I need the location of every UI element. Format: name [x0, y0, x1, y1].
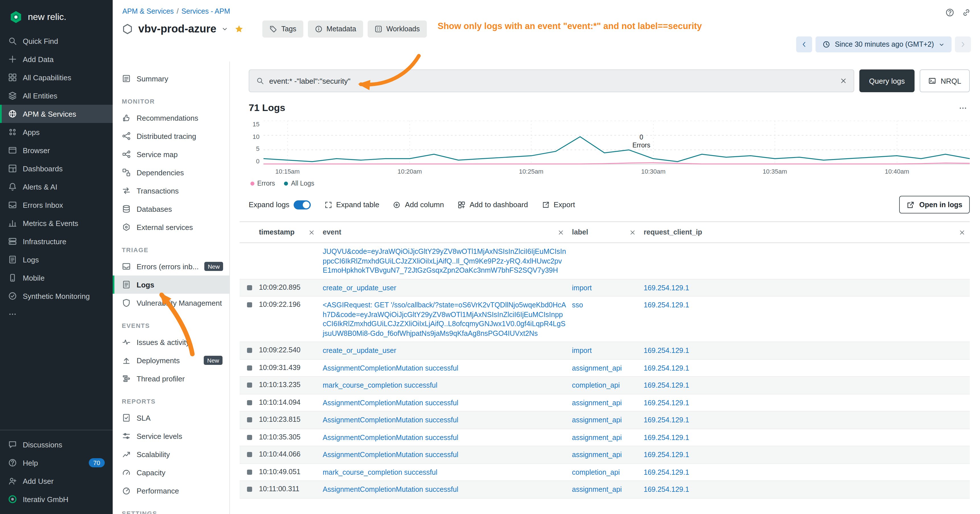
favorite-star-icon[interactable]	[235, 24, 244, 33]
log-label-link[interactable]: assignment_api	[572, 364, 622, 372]
table-row[interactable]: 10:10:13.235 mark_course_completion succ…	[240, 377, 970, 394]
log-row-icon[interactable]	[247, 285, 252, 290]
log-row-icon[interactable]	[247, 348, 252, 353]
subnav-item-scalability[interactable]: Scalability	[113, 445, 229, 463]
column-header-label[interactable]: label	[572, 228, 588, 236]
subnav-item-recommendations[interactable]: Recommendations	[113, 109, 229, 127]
chevron-down-icon[interactable]	[222, 25, 229, 32]
breadcrumb-apm-services[interactable]: APM & Services	[123, 7, 174, 15]
log-label-link[interactable]: sso	[572, 301, 583, 309]
log-label-link[interactable]: import	[572, 347, 592, 355]
table-row[interactable]: 10:10:23.815 AssignmentCompletionMutatio…	[240, 412, 970, 429]
log-ip-link[interactable]: 169.254.129.1	[644, 416, 689, 424]
table-row[interactable]: 10:10:44.066 AssignmentCompletionMutatio…	[240, 446, 970, 464]
log-ip-link[interactable]: 169.254.129.1	[644, 451, 689, 459]
log-label-link[interactable]: assignment_api	[572, 485, 622, 493]
subnav-item-transactions[interactable]: Transactions	[113, 181, 229, 200]
subnav-item-service-map[interactable]: Service map	[113, 145, 229, 163]
log-event-link[interactable]: AssignmentCompletionMutation successful	[323, 399, 458, 407]
sidebar-item-add-user[interactable]: Add User	[0, 472, 113, 490]
log-ip-link[interactable]: 169.254.129.1	[644, 284, 689, 292]
export-button[interactable]: Export	[542, 201, 575, 209]
log-event-link[interactable]: AssignmentCompletionMutation successful	[323, 451, 458, 459]
remove-column-icon[interactable]	[959, 229, 965, 236]
subnav-item-sla[interactable]: SLA	[113, 409, 229, 427]
subnav-item-external-services[interactable]: External services	[113, 218, 229, 236]
time-forward-button[interactable]	[955, 37, 971, 53]
subnav-item-errors-inbox[interactable]: Errors (errors inb... New	[113, 257, 229, 275]
time-picker[interactable]: Since 30 minutes ago (GMT+2)	[816, 37, 951, 53]
log-ip-link[interactable]: 169.254.129.1	[644, 381, 689, 389]
legend-item-errors[interactable]: Errors	[250, 180, 275, 187]
subnav-item-vulnerability-management[interactable]: Vulnerability Management	[113, 294, 229, 312]
log-row-icon[interactable]	[247, 417, 252, 422]
log-event-link[interactable]: JUQVU&code=eyJraWQiOiJjcGltY29yZV8wOTl1M…	[323, 248, 566, 274]
breadcrumb-services-apm[interactable]: Services - APM	[181, 7, 230, 15]
log-row-icon[interactable]	[247, 400, 252, 405]
sidebar-item-mobile[interactable]: Mobile	[0, 269, 113, 287]
log-label-link[interactable]: import	[572, 284, 592, 292]
log-event-link[interactable]: AssignmentCompletionMutation successful	[323, 485, 458, 493]
subnav-item-distributed-tracing[interactable]: Distributed tracing	[113, 127, 229, 145]
subnav-item-thread-profiler[interactable]: Thread profiler	[113, 369, 229, 388]
log-label-link[interactable]: assignment_api	[572, 416, 622, 424]
log-label-link[interactable]: completion_api	[572, 381, 620, 389]
log-event-link[interactable]: create_or_update_user	[323, 347, 396, 355]
table-row[interactable]: JUQVU&code=eyJraWQiOiJjcGltY29yZV8wOTl1M…	[240, 243, 970, 279]
time-back-button[interactable]	[796, 37, 812, 53]
log-event-link[interactable]: create_or_update_user	[323, 284, 396, 292]
sidebar-item-synthetic-monitoring[interactable]: Synthetic Monitoring	[0, 287, 113, 305]
remove-column-icon[interactable]	[558, 229, 564, 236]
log-ip-link[interactable]: 169.254.129.1	[644, 468, 689, 476]
log-row-icon[interactable]	[247, 452, 252, 457]
log-ip-link[interactable]: 169.254.129.1	[644, 399, 689, 407]
sidebar-item-help[interactable]: Help 70	[0, 454, 113, 472]
sidebar-item-errors-inbox[interactable]: Errors Inbox	[0, 196, 113, 214]
new-relic-logo[interactable]: new relic.	[0, 0, 113, 32]
log-ip-link[interactable]: 169.254.129.1	[644, 347, 689, 355]
log-label-link[interactable]: assignment_api	[572, 399, 622, 407]
permalink-icon[interactable]	[962, 8, 971, 17]
legend-item-all-logs[interactable]: All Logs	[284, 180, 315, 187]
log-label-link[interactable]: completion_api	[572, 468, 620, 476]
log-row-icon[interactable]	[247, 365, 252, 370]
log-row-icon[interactable]	[247, 469, 252, 474]
subnav-item-dependencies[interactable]: Dependencies	[113, 163, 229, 181]
log-label-link[interactable]: assignment_api	[572, 433, 622, 441]
remove-column-icon[interactable]	[630, 229, 636, 236]
subnav-item-issues-activity[interactable]: Issues & activity	[113, 333, 229, 351]
expand-table-button[interactable]: Expand table	[324, 201, 379, 209]
nrql-button[interactable]: NRQL	[920, 70, 970, 92]
subnav-item-service-levels[interactable]: Service levels	[113, 427, 229, 445]
sidebar-item-browser[interactable]: Browser	[0, 141, 113, 159]
log-ip-link[interactable]: 169.254.129.1	[644, 433, 689, 441]
subnav-item-capacity[interactable]: Capacity	[113, 463, 229, 482]
subnav-item-databases[interactable]: Databases	[113, 200, 229, 218]
table-row[interactable]: 10:10:35.305 AssignmentCompletionMutatio…	[240, 429, 970, 446]
column-header-timestamp[interactable]: timestamp	[259, 228, 294, 236]
workloads-button[interactable]: Workloads	[368, 21, 427, 38]
tags-button[interactable]: Tags	[262, 21, 303, 38]
subnav-item-performance[interactable]: Performance	[113, 482, 229, 500]
table-row[interactable]: 10:10:49.051 mark_course_completion succ…	[240, 464, 970, 481]
sidebar-item-quick-find[interactable]: Quick Find	[0, 32, 113, 50]
log-event-link[interactable]: mark_course_completion successful	[323, 468, 438, 476]
sidebar-item-all-entities[interactable]: All Entities	[0, 86, 113, 105]
sidebar-item-more[interactable]	[0, 305, 113, 323]
column-header-request-client-ip[interactable]: request_client_ip	[644, 228, 702, 236]
table-row[interactable]: 10:11:00.311 AssignmentCompletionMutatio…	[240, 481, 970, 498]
log-event-link[interactable]: AssignmentCompletionMutation successful	[323, 416, 458, 424]
sidebar-item-logs[interactable]: Logs	[0, 250, 113, 269]
log-row-icon[interactable]	[247, 382, 252, 388]
subnav-item-deployments[interactable]: Deployments New	[113, 351, 229, 369]
log-ip-link[interactable]: 169.254.129.1	[644, 301, 689, 309]
log-label-link[interactable]: assignment_api	[572, 451, 622, 459]
query-logs-button[interactable]: Query logs	[859, 70, 915, 92]
sidebar-item-metrics-events[interactable]: Metrics & Events	[0, 214, 113, 232]
log-query-input[interactable]: event:* -"label":"security"	[249, 70, 854, 92]
add-column-button[interactable]: Add column	[393, 201, 444, 209]
log-event-link[interactable]: mark_course_completion successful	[323, 381, 438, 389]
table-row[interactable]: 10:09:22.196 <ASGIRequest: GET '/sso/cal…	[240, 296, 970, 342]
clear-query-icon[interactable]	[840, 77, 847, 84]
log-ip-link[interactable]: 169.254.129.1	[644, 364, 689, 372]
